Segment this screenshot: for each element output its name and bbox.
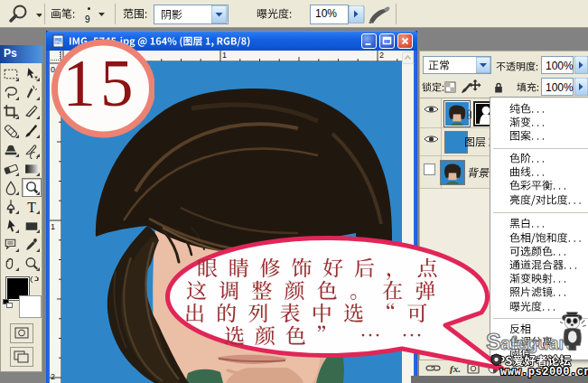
- svg-text:T: T: [27, 200, 36, 215]
- svg-text:1: 1: [222, 51, 227, 60]
- svg-text:1: 1: [51, 222, 55, 231]
- svg-text:2: 2: [379, 51, 384, 60]
- svg-text:2: 2: [51, 372, 55, 381]
